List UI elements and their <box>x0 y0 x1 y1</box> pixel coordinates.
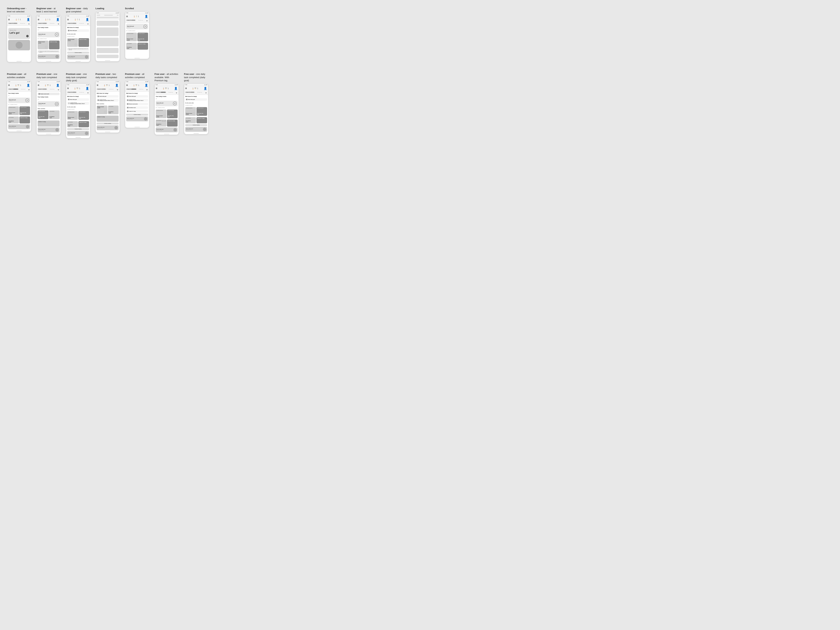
activity-card-film[interactable]: LISTENING EXERCISE Film buli, filmbuli! <box>79 111 89 120</box>
chevron-icon[interactable]: ⌄ <box>87 22 89 25</box>
chevron-icon[interactable]: ⌄ <box>57 87 60 91</box>
profile-icon[interactable]: 👤 <box>27 84 30 87</box>
screen-group-premium-2tasks: Premium user - two daily tasks completed… <box>95 73 120 133</box>
chapter-pill[interactable]: Chapter 1/3 Beginner <box>38 23 47 24</box>
cta-button[interactable]: Get an online tutor First lesson is free… <box>67 55 89 59</box>
chevron-icon[interactable]: ⌄ <box>28 22 30 25</box>
profile-icon[interactable]: 👤 <box>115 84 118 87</box>
activity-card-review[interactable]: Review recent words <box>38 41 49 49</box>
profile-icon[interactable]: 👤 <box>145 15 148 18</box>
profile-icon[interactable]: 👤 <box>145 84 148 87</box>
menu-icon[interactable]: ≡ <box>126 84 128 87</box>
activity-card-tel[interactable]: LIVE SITUATION El telefonomuoi <box>67 121 78 127</box>
activity-card-film[interactable]: LISTENING EXERCISE Film buli, filmbuli! <box>19 106 30 115</box>
chapter-pill[interactable]: Chapter 1/3 Beginner <box>185 92 194 93</box>
menu-icon[interactable]: ≡ <box>67 18 69 21</box>
activity-card-tel[interactable]: LIVE SITUATION El telefonomuoi PREMIUM <box>156 120 166 126</box>
continue-btn[interactable]: Continue studying <box>97 123 118 125</box>
activity-card-review[interactable]: LISTENING EXERCISE Review recentwords <box>126 33 137 41</box>
chapter-pill[interactable]: Chapter 1/3 Intermediate <box>156 92 166 93</box>
phone-content: Well done for today! ✓ Reach daily goal … <box>96 92 120 131</box>
phone-content-loading <box>96 20 120 60</box>
activity-card-tel[interactable]: LIVE SITUATION El telefonomuoi <box>49 111 60 119</box>
cta-button[interactable]: Get an online tutor First lesson is free… <box>38 128 60 132</box>
continue-btn[interactable]: Continue studying <box>67 128 89 130</box>
chevron-icon[interactable]: ⌄ <box>57 22 60 25</box>
chapter-pill[interactable]: Chapter 1/3 Beginner <box>67 23 77 24</box>
activity-card-song[interactable]: Listen to 1 song <box>137 43 148 50</box>
chapter-bar: Chapter 1/3 Beginner 45 words to go ⌄ <box>97 87 118 91</box>
activity-card-review[interactable]: LISTENING EXERCISE Review recentwords <box>67 111 78 120</box>
chapter-pill[interactable]: Chapter 1/3 Beginner <box>67 92 77 93</box>
profile-icon[interactable]: 👤 <box>174 87 178 90</box>
chapter-pill[interactable]: Chapter 1/3 Beginner <box>97 88 106 90</box>
cta-button[interactable]: Get an online tutor First lesson is free… <box>97 125 118 130</box>
activity-card-song[interactable]: Listen to 1 song <box>19 117 30 123</box>
profile-icon[interactable]: 👤 <box>27 18 30 21</box>
chevron-icon[interactable]: ⌄ <box>116 87 118 91</box>
activity-card-song[interactable]: Listen to 1 song <box>196 117 207 123</box>
menu-icon[interactable]: ≡ <box>185 87 187 90</box>
well-done: Well done for today! <box>67 96 89 97</box>
activity-card-review[interactable]: LISTENING EXERCISE Review recentwords <box>8 106 19 115</box>
status-bar: 4:20 ▲▲ ■ <box>125 81 149 83</box>
chevron-icon[interactable]: ⌄ <box>146 87 148 91</box>
menu-icon[interactable]: ≡ <box>67 87 69 90</box>
profile-icon[interactable]: 👤 <box>56 84 60 87</box>
activity-card-review[interactable]: LISTENING EXERCISE Review recentwords <box>185 107 196 116</box>
profile-icon[interactable]: 👤 <box>85 87 89 90</box>
activity-card-tel[interactable]: LIVE SITUATION El telefonomuoi <box>8 117 19 123</box>
chapter-pill[interactable]: Chapter 1/3 Intermediate <box>8 88 19 90</box>
activity-card-review[interactable]: Review recentwords <box>67 38 78 47</box>
welcome-arrow[interactable]: › <box>26 35 28 37</box>
check-icon: ✓ <box>68 99 69 100</box>
chapter-pill[interactable]: Chapter 1/3 Beginner <box>38 88 47 90</box>
activity-card-film[interactable]: LISTENING EXERCISE Film buli, filmbuli! <box>137 33 148 41</box>
activity-card-review[interactable]: Review recentwords <box>97 106 107 114</box>
cta-button[interactable]: Get an online tutor First lesson is free… <box>67 131 89 136</box>
continue-btn[interactable]: Continue studying <box>67 52 89 54</box>
chapter-pill[interactable]: Chapter 1/3 Beginner <box>126 20 136 21</box>
activity-card-song[interactable]: Listen to 1 song <box>97 115 118 122</box>
cta-button[interactable]: Get an online tutor First lesson is free… <box>185 127 207 132</box>
continue-btn[interactable]: Continue studying <box>126 114 148 115</box>
welcome-action[interactable]: Let's go! <box>9 32 28 34</box>
cta-button[interactable]: Get an online tutor First lesson is free… <box>156 128 178 132</box>
activity-card-tel[interactable]: LIVE SITUATION El telefonomuoi <box>108 106 119 114</box>
menu-icon[interactable]: ≡ <box>97 84 98 87</box>
chapter-pill[interactable]: Chapter 1/3 Beginner <box>8 23 17 24</box>
profile-icon[interactable]: 👤 <box>56 18 60 21</box>
activity-card-film[interactable]: LISTENING EXERCISE Film buli, filmbuli! <box>196 107 207 116</box>
activity-card-song[interactable]: Listen to 1 song <box>49 41 60 49</box>
menu-icon[interactable]: ≡ <box>126 15 128 18</box>
chevron-icon[interactable]: ⌄ <box>175 91 178 94</box>
activity-card-song[interactable]: Listen to 1 song <box>38 120 60 126</box>
cta-button[interactable]: Get an online tutor First lesson is free… <box>38 54 60 59</box>
chevron-icon[interactable]: ⌄ <box>28 87 30 91</box>
profile-icon[interactable]: 👤 <box>85 18 89 21</box>
menu-icon[interactable]: ≡ <box>38 84 39 87</box>
activity-card-review[interactable]: LISTENING EXERCISE Review recentwords <box>156 109 166 118</box>
menu-icon[interactable]: ≡ <box>8 18 10 21</box>
activity-card-tel[interactable]: LIVE SITUATION El telefonomuoi <box>185 117 196 123</box>
menu-icon[interactable]: ≡ <box>8 84 10 87</box>
cta-button[interactable]: Get an online tutor First lesson is free… <box>126 117 148 122</box>
activity-card-film[interactable]: LISTENING EXERCISE Film buli, filmbuli! <box>167 109 178 118</box>
activity-card-song[interactable]: Listen to 1 song <box>167 120 178 126</box>
menu-icon[interactable]: ≡ <box>156 87 157 90</box>
menu-icon[interactable]: ≡ <box>38 18 39 21</box>
activity-card-film[interactable]: LISTENING EXERCISE Film buli, filmbuli! <box>38 111 49 119</box>
chevron-icon[interactable]: ⌄ <box>146 19 148 22</box>
activity-card-song[interactable]: Listen to 1 song <box>79 38 89 47</box>
chevron-icon[interactable]: ⌄ <box>87 91 89 94</box>
chapter-pill[interactable]: Chapter 1/3 Intermediate <box>126 88 137 90</box>
profile-icon[interactable]: 👤 <box>204 87 207 90</box>
cta-sub: First lesson is free. <box>38 57 46 58</box>
activity-card-tel[interactable]: LIVE SITUATION El telefonomuoi <box>126 43 137 50</box>
chevron-icon[interactable]: ⌄ <box>205 91 207 94</box>
continue-btn[interactable]: Continue studying <box>185 124 207 126</box>
goal-sub: Build habit. <box>156 103 173 104</box>
activity-card-song[interactable]: Listen to 1 song <box>79 121 89 127</box>
cta-button[interactable]: Get an online tutor First lesson is free… <box>8 124 30 129</box>
goal-info: Reach daily goal Build habit. <box>9 99 25 101</box>
